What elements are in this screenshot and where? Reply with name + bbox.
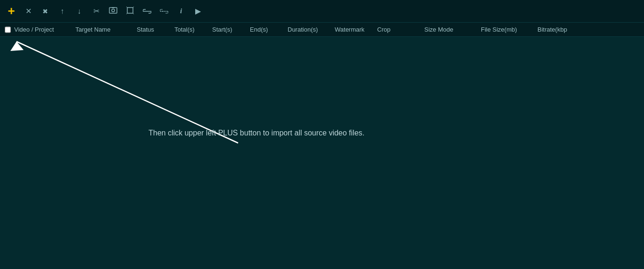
add-button[interactable]: + (4, 4, 19, 19)
col-file-size: File Size(mb) (478, 23, 535, 36)
play-icon: ▶ (195, 7, 201, 16)
toolbar: + ✕ ✖ ↑ ↓ ✂ (0, 0, 644, 23)
move-up-button[interactable]: ↑ (55, 4, 70, 19)
col-end: End(s) (247, 23, 285, 36)
svg-rect-2 (112, 7, 115, 8)
main-content: Then click upper left PLUS button to imp… (0, 37, 644, 269)
snapshot-button[interactable] (106, 4, 121, 19)
col-size-mode: Size Mode (421, 23, 478, 36)
col-watermark: Watermark (332, 23, 374, 36)
move-down-button[interactable]: ↓ (72, 4, 87, 19)
col-checkbox (2, 23, 11, 36)
svg-point-1 (112, 9, 115, 12)
col-crop: Crop (374, 23, 421, 36)
cut-button[interactable]: ✂ (89, 4, 104, 19)
svg-rect-0 (109, 8, 117, 13)
svg-marker-11 (10, 42, 24, 51)
link2-icon (160, 7, 168, 16)
col-total: Total(s) (172, 23, 209, 36)
cut-icon: ✂ (93, 7, 99, 16)
svg-line-4 (126, 7, 127, 8)
svg-rect-3 (127, 8, 133, 13)
col-target-name: Target Name (73, 23, 134, 36)
link2-button[interactable] (157, 4, 172, 19)
svg-line-5 (133, 7, 134, 8)
svg-line-10 (17, 42, 238, 143)
col-duration: Duration(s) (285, 23, 332, 36)
link-icon (143, 7, 151, 16)
info-icon: i (180, 7, 182, 15)
link-button[interactable] (140, 4, 155, 19)
svg-line-6 (126, 13, 127, 14)
clear-icon: ✖ (42, 8, 48, 15)
hint-text: Then click upper left PLUS button to imp… (149, 129, 364, 137)
crop-rect-icon (126, 7, 134, 16)
play-button[interactable]: ▶ (190, 4, 206, 19)
clear-button[interactable]: ✖ (38, 4, 53, 19)
info-button[interactable]: i (173, 4, 189, 19)
svg-line-7 (133, 13, 134, 14)
col-status: Status (134, 23, 172, 36)
select-all-checkbox[interactable] (5, 26, 11, 34)
arrow-guide (0, 37, 644, 269)
table-header: Video / Project Target Name Status Total… (0, 23, 644, 37)
snapshot-icon (109, 7, 117, 16)
remove-button[interactable]: ✕ (21, 4, 36, 19)
plus-icon: + (8, 4, 15, 18)
up-icon: ↑ (60, 7, 64, 16)
col-start: Start(s) (209, 23, 247, 36)
col-bitrate: Bitrate(kbp (535, 23, 591, 36)
col-video-project: Video / Project (11, 23, 73, 36)
crop-rect-button[interactable] (123, 4, 138, 19)
down-icon: ↓ (77, 7, 81, 16)
remove-icon: ✕ (25, 7, 32, 16)
